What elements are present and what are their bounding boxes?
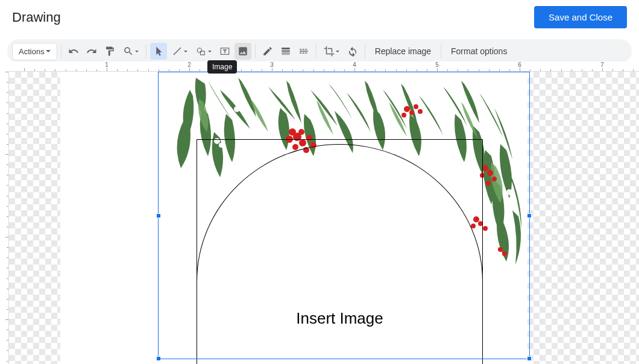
redo-button[interactable]: [83, 43, 100, 60]
border-color-button[interactable]: [259, 43, 276, 60]
selection-dash: [159, 359, 529, 359]
separator: [255, 44, 256, 58]
caret-down-icon: [46, 50, 51, 52]
shape-tool-button[interactable]: [192, 43, 215, 60]
separator: [365, 44, 365, 58]
border-dash-button[interactable]: [295, 43, 312, 60]
selection-box[interactable]: [158, 72, 530, 359]
paint-roller-icon: [104, 46, 115, 57]
caret-down-icon: [135, 51, 139, 52]
ruler-label: 6: [518, 61, 521, 68]
reset-image-icon: [347, 46, 358, 57]
border-weight-button[interactable]: [277, 43, 294, 60]
line-weight-icon: [280, 46, 291, 57]
paint-format-button[interactable]: [101, 43, 118, 60]
separator: [316, 44, 316, 58]
save-and-close-button[interactable]: Save and Close: [534, 6, 627, 28]
ruler-label: 2: [187, 61, 191, 68]
caret-down-icon: [184, 51, 187, 52]
separator: [441, 44, 441, 58]
resize-handle-e[interactable]: [527, 213, 532, 218]
pencil-icon: [262, 46, 273, 57]
ruler-label: 4: [353, 61, 356, 68]
zoom-button[interactable]: [119, 43, 142, 60]
ruler-label: 7: [600, 61, 604, 68]
page-title: Drawing: [12, 10, 61, 25]
caret-down-icon: [336, 51, 339, 52]
zoom-icon: [123, 46, 134, 57]
actions-menu-button[interactable]: Actions: [12, 43, 57, 60]
image-button[interactable]: [235, 43, 251, 60]
crop-button[interactable]: [320, 43, 343, 60]
cursor-icon: [153, 46, 164, 57]
crop-icon: [324, 46, 335, 57]
image-icon: [238, 46, 248, 57]
resize-handle-w[interactable]: [156, 213, 161, 218]
format-options-button[interactable]: Format options: [445, 43, 513, 60]
line-dash-icon: [298, 46, 309, 57]
undo-icon: [68, 46, 79, 57]
separator: [146, 44, 146, 58]
ruler-label: 1: [105, 61, 109, 68]
actions-label: Actions: [19, 47, 45, 56]
caret-down-icon: [208, 51, 212, 52]
horizontal-ruler[interactable]: 1234567: [9, 61, 639, 72]
redo-icon: [86, 46, 97, 57]
text-box-button[interactable]: [216, 43, 233, 60]
vertical-ruler[interactable]: [0, 72, 9, 364]
ruler-label: 5: [435, 61, 439, 68]
replace-image-button[interactable]: Replace image: [369, 43, 437, 60]
canvas-area: 1234567: [0, 61, 639, 364]
toolbar: Actions: [7, 39, 632, 63]
shapes-icon: [196, 46, 207, 57]
canvas[interactable]: Insert Image: [9, 72, 639, 364]
line-icon: [172, 46, 183, 57]
separator: [61, 44, 61, 58]
undo-button[interactable]: [65, 43, 82, 60]
text-box-icon: [219, 46, 230, 57]
reset-image-button[interactable]: [344, 43, 361, 60]
image-tooltip: Image: [207, 60, 237, 74]
select-tool-button[interactable]: [150, 43, 167, 60]
line-tool-button[interactable]: [168, 43, 191, 60]
svg-point-0: [197, 48, 202, 53]
ruler-label: 3: [270, 61, 274, 68]
